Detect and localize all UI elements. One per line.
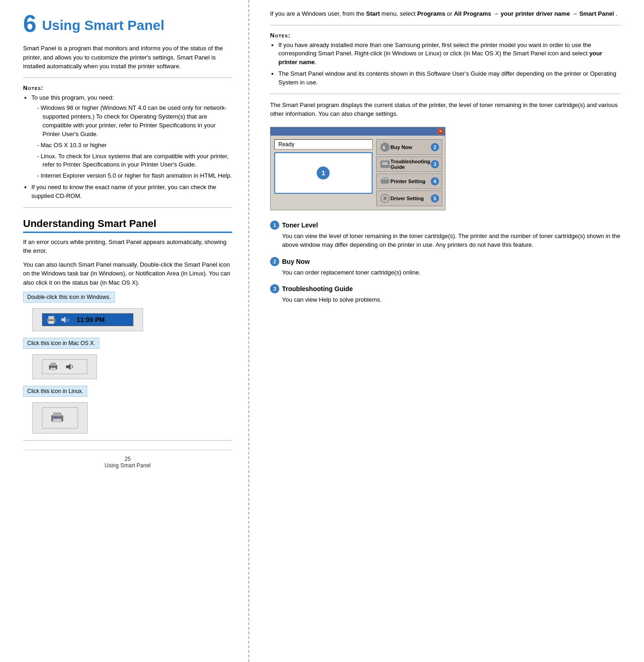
- intro-bold-start: Start: [366, 10, 380, 17]
- chapter-number: 6: [23, 12, 36, 36]
- feature-buy-text: You can order replacement toner cartridg…: [282, 268, 621, 277]
- feature-buy-now: 2 Buy Now You can order replacement tone…: [270, 257, 621, 277]
- panel-status-text: Ready: [278, 141, 295, 148]
- driver-setting-button[interactable]: Driver Setting 5: [376, 191, 442, 206]
- intro-text-3: or: [447, 10, 454, 17]
- list-item: If you need to know the exact name of yo…: [31, 183, 232, 201]
- svg-marker-4: [61, 316, 66, 323]
- troubleshooting-button[interactable]: Troubleshooting Guide 3: [376, 156, 442, 172]
- svg-rect-1: [48, 316, 54, 319]
- svg-rect-13: [54, 417, 57, 418]
- right-column: If you are a Windows user, from the Star…: [249, 0, 644, 662]
- intro-text-right: If you are a Windows user, from the Star…: [270, 9, 621, 18]
- feature-troubleshooting: 3 Troubleshooting Guide You can view Hel…: [270, 284, 621, 304]
- intro-bold-allprograms: All Programs: [454, 10, 491, 17]
- printer-setting-button[interactable]: Printer Setting 4: [376, 173, 442, 189]
- intro-text-6: .: [616, 10, 618, 17]
- feature-num-1: 1: [270, 221, 279, 230]
- callout-windows: Double-click this icon in Windows.: [23, 292, 115, 303]
- mac-icon-section: Click this icon in Mac OS X.: [23, 338, 232, 379]
- buy-now-label: Buy Now: [391, 144, 431, 150]
- svg-rect-12: [53, 419, 61, 423]
- svg-marker-9: [66, 364, 71, 370]
- time-display: 11:09 PM: [77, 316, 105, 323]
- buy-now-icon: $: [379, 142, 391, 153]
- linux-printer-icon: [50, 411, 65, 425]
- taskbar-mock: ))) 11:09 PM: [42, 313, 133, 326]
- section-title: Understanding Smart Panel: [23, 218, 232, 233]
- panel-left-area: Ready 1: [271, 136, 376, 210]
- page-container: 6 Using Smart Panel Smart Panel is a pro…: [0, 0, 644, 662]
- panel-titlebar: ✕: [271, 127, 445, 136]
- troubleshooting-label: Troubleshooting Guide: [391, 159, 431, 170]
- smart-panel-window: ✕ Ready 1 $ B: [270, 127, 445, 210]
- intro-paragraph: Smart Panel is a program that monitors a…: [23, 44, 232, 71]
- panel-toner-area: 1: [274, 152, 373, 194]
- feature-troubleshooting-text: You can view Help to solve problems.: [282, 295, 621, 304]
- sub-list-item: Mac OS X 10.3 or higher: [37, 141, 232, 150]
- page-number: 25: [125, 456, 131, 462]
- chapter-header: 6 Using Smart Panel: [23, 14, 232, 36]
- sub-list-item: Internet Explorer version 5.0 or higher …: [37, 172, 232, 180]
- feature-troubleshooting-label: Troubleshooting Guide: [282, 285, 353, 292]
- intro-bold-programs: Programs: [417, 10, 445, 17]
- driver-setting-icon: [379, 193, 391, 204]
- buy-now-button[interactable]: $ Buy Now 2: [376, 139, 442, 155]
- feature-num-3: 3: [270, 284, 279, 293]
- intro-text-2: menu, select: [381, 10, 417, 17]
- windows-icon-section: Double-click this icon in Windows. ))): [23, 292, 232, 331]
- linux-mock: [42, 407, 78, 429]
- driver-setting-label: Driver Setting: [391, 196, 431, 201]
- printer-setting-label: Printer Setting: [391, 179, 431, 184]
- divider-2: [23, 207, 232, 208]
- intro-bold-smartpanel: Smart Panel: [579, 10, 614, 17]
- svg-rect-8: [50, 368, 56, 370]
- list-item: If you have already installed more than …: [278, 41, 621, 67]
- divider-1: [23, 78, 232, 78]
- intro-bold-drivername: your printer driver name: [500, 10, 570, 17]
- callout-linux: Click this icon in Linux.: [23, 386, 87, 397]
- panel-status-display: Ready: [274, 139, 373, 149]
- body-para1: If an error occurs while printing, Smart…: [23, 238, 232, 256]
- mac-mock: [42, 359, 87, 374]
- svg-text:$: $: [383, 145, 385, 150]
- troubleshooting-badge: 3: [431, 160, 439, 168]
- feature-troubleshooting-heading: 3 Troubleshooting Guide: [270, 284, 621, 293]
- feature-toner-heading: 1 Toner Level: [270, 221, 621, 230]
- notes-list-left: To use this program, you need: Windows 9…: [23, 94, 232, 201]
- divider-right-2: [270, 94, 621, 94]
- svg-rect-20: [382, 177, 388, 180]
- notes-label-right: Notes: [270, 32, 290, 39]
- windows-taskbar-display: ))) 11:09 PM: [32, 308, 143, 331]
- panel-body: Ready 1 $ Buy Now 2: [271, 136, 445, 210]
- intro-text-5: →: [572, 10, 579, 17]
- feature-buy-heading: 2 Buy Now: [270, 257, 621, 266]
- speaker-icon: ))): [60, 315, 69, 324]
- feature-toner-level: 1 Toner Level You can view the level of …: [270, 221, 621, 250]
- panel-right-buttons: $ Buy Now 2 Troubleshooting Guide 3: [376, 136, 445, 210]
- svg-rect-3: [49, 319, 51, 320]
- svg-rect-2: [48, 321, 54, 324]
- callout-mac: Click this icon in Mac OS X.: [23, 338, 99, 349]
- list-item: To use this program, you need: Windows 9…: [31, 94, 232, 181]
- buy-now-badge: 2: [431, 143, 439, 151]
- svg-rect-11: [53, 412, 61, 416]
- mac-speaker-icon: [65, 362, 75, 372]
- toner-level-badge: 1: [317, 167, 330, 179]
- divider-right-1: [270, 25, 621, 25]
- printer-icon: [46, 315, 56, 324]
- bold-printer-name: your printer name: [278, 50, 602, 66]
- chapter-title: Using Smart Panel: [42, 14, 164, 34]
- svg-point-22: [383, 197, 387, 200]
- page-footer: 25 Using Smart Panel: [23, 450, 232, 469]
- divider-bottom: [23, 440, 232, 441]
- intro-text-4: →: [493, 10, 501, 17]
- feature-toner-text: You can view the level of toner remainin…: [282, 232, 621, 250]
- linux-icon-section: Click this icon in Linux.: [23, 386, 232, 434]
- left-column: 6 Using Smart Panel Smart Panel is a pro…: [0, 0, 249, 662]
- notes-label-left: Notes: [23, 84, 43, 91]
- panel-close-button[interactable]: ✕: [437, 128, 444, 135]
- feature-toner-label: Toner Level: [282, 221, 318, 229]
- mac-printer-icon: [48, 362, 58, 372]
- sub-list-item: Linux. To check for Linux systems that a…: [37, 152, 232, 170]
